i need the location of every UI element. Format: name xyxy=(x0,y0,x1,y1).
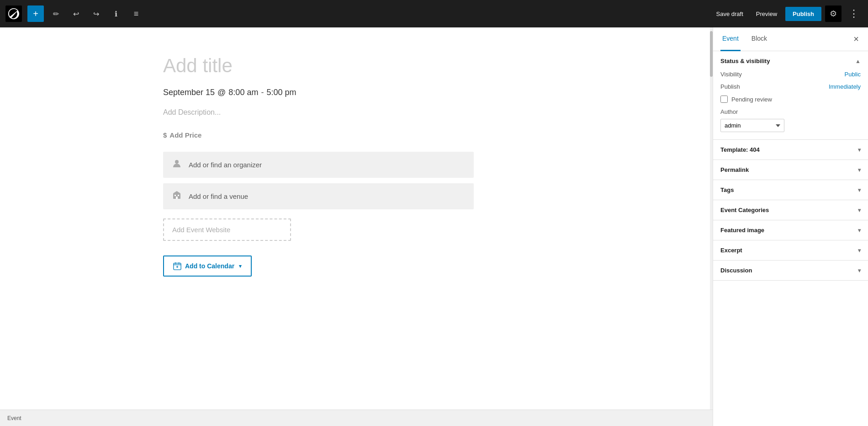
permalink-chevron: ▾ xyxy=(858,167,861,173)
sidebar: Event Block × Status & visibility ▲ Visi… xyxy=(713,27,868,426)
list-icon: ≡ xyxy=(134,9,139,19)
status-visibility-section: Status & visibility ▲ Visibility Public … xyxy=(713,51,868,140)
wp-logo xyxy=(5,5,22,22)
discussion-chevron: ▾ xyxy=(858,267,861,274)
post-title-input[interactable] xyxy=(163,55,547,77)
event-categories-section: Event Categories ▾ xyxy=(713,200,868,220)
save-draft-button[interactable]: Save draft xyxy=(712,8,748,20)
svg-rect-7 xyxy=(179,262,180,264)
featured-image-section: Featured image ▾ xyxy=(713,220,868,240)
event-description-placeholder[interactable]: Add Description... xyxy=(163,108,547,117)
sidebar-tabs: Event Block × xyxy=(713,27,868,51)
event-website-input[interactable] xyxy=(163,218,291,241)
permalink-label: Permalink xyxy=(720,166,749,173)
event-date[interactable]: September 15 xyxy=(163,88,215,97)
status-visibility-header[interactable]: Status & visibility ▲ xyxy=(713,51,868,71)
featured-image-chevron: ▾ xyxy=(858,227,861,234)
organizer-block[interactable]: Add or find an organizer xyxy=(163,152,474,178)
publish-button[interactable]: Publish xyxy=(785,7,821,21)
publish-row: Publish Immediately xyxy=(720,83,861,90)
pending-review-row: Pending review xyxy=(720,96,861,103)
event-start-time[interactable]: 8:00 am xyxy=(228,88,258,97)
add-block-button[interactable]: + xyxy=(27,5,44,22)
event-categories-header[interactable]: Event Categories ▾ xyxy=(713,200,868,220)
undo-icon: ↩ xyxy=(73,10,79,18)
excerpt-section: Excerpt ▾ xyxy=(713,240,868,261)
pending-review-label[interactable]: Pending review xyxy=(731,96,772,103)
status-label: Event xyxy=(7,415,21,421)
discussion-label: Discussion xyxy=(720,267,752,274)
venue-icon xyxy=(172,191,181,202)
settings-button[interactable]: ⚙ xyxy=(825,5,842,22)
gear-icon: ⚙ xyxy=(830,9,837,19)
permalink-section: Permalink ▾ xyxy=(713,160,868,180)
more-options-button[interactable]: ⋮ xyxy=(845,6,863,21)
svg-rect-6 xyxy=(175,262,176,264)
permalink-header[interactable]: Permalink ▾ xyxy=(713,160,868,180)
event-datetime: September 15 @ 8:00 am - 5:00 pm xyxy=(163,88,547,97)
event-at-symbol: @ xyxy=(217,88,226,97)
redo-button[interactable]: ↪ xyxy=(88,5,104,22)
event-categories-chevron: ▾ xyxy=(858,207,861,213)
template-section: Template: 404 ▾ xyxy=(713,140,868,160)
add-to-calendar-button[interactable]: Add to Calendar ▾ xyxy=(163,256,252,277)
excerpt-label: Excerpt xyxy=(720,247,742,254)
event-categories-label: Event Categories xyxy=(720,207,769,213)
tags-chevron: ▾ xyxy=(858,187,861,193)
info-button[interactable]: ℹ xyxy=(108,5,124,22)
excerpt-chevron: ▾ xyxy=(858,247,861,254)
event-time-separator: - xyxy=(261,88,264,97)
visibility-row: Visibility Public xyxy=(720,71,861,78)
template-label: Template: 404 xyxy=(720,146,760,153)
author-select[interactable]: admin xyxy=(720,119,784,132)
undo-button[interactable]: ↩ xyxy=(68,5,84,22)
event-price[interactable]: $ Add Price xyxy=(163,131,547,139)
author-label-row: Author xyxy=(720,108,861,115)
preview-button[interactable]: Preview xyxy=(752,8,782,20)
editor-area: September 15 @ 8:00 am - 5:00 pm Add Des… xyxy=(0,27,710,426)
vertical-dots-icon: ⋮ xyxy=(849,8,859,19)
discussion-header[interactable]: Discussion ▾ xyxy=(713,261,868,280)
venue-block[interactable]: Add or find a venue xyxy=(163,183,474,209)
excerpt-header[interactable]: Excerpt ▾ xyxy=(713,240,868,260)
wp-logo-icon xyxy=(8,8,19,19)
publish-label: Publish xyxy=(720,83,740,90)
dollar-icon: $ xyxy=(163,131,167,139)
template-chevron: ▾ xyxy=(858,147,861,153)
svg-rect-3 xyxy=(178,195,179,196)
editor-content: September 15 @ 8:00 am - 5:00 pm Add Des… xyxy=(136,55,574,295)
svg-point-0 xyxy=(175,160,179,164)
tab-block[interactable]: Block xyxy=(750,27,769,51)
calendar-icon xyxy=(173,262,181,270)
visibility-label: Visibility xyxy=(720,71,742,78)
status-visibility-label: Status & visibility xyxy=(720,58,770,64)
pen-icon: ✏ xyxy=(53,10,59,18)
info-icon: ℹ xyxy=(115,10,117,18)
event-end-time[interactable]: 5:00 pm xyxy=(266,88,296,97)
sidebar-close-button[interactable]: × xyxy=(852,32,861,46)
featured-image-header[interactable]: Featured image ▾ xyxy=(713,220,868,240)
svg-rect-2 xyxy=(175,195,176,196)
tags-header[interactable]: Tags ▾ xyxy=(713,180,868,200)
bottom-bar: Event xyxy=(0,410,713,426)
add-to-calendar-label: Add to Calendar xyxy=(185,262,234,270)
list-view-button[interactable]: ≡ xyxy=(128,5,144,22)
svg-rect-4 xyxy=(176,197,178,199)
featured-image-label: Featured image xyxy=(720,227,764,234)
visibility-value[interactable]: Public xyxy=(845,71,861,78)
organizer-label: Add or find an organizer xyxy=(189,161,262,169)
organizer-icon xyxy=(172,159,181,170)
discussion-section: Discussion ▾ xyxy=(713,261,868,281)
add-price-label[interactable]: Add Price xyxy=(169,131,201,139)
venue-label: Add or find a venue xyxy=(189,192,248,200)
main-layout: September 15 @ 8:00 am - 5:00 pm Add Des… xyxy=(0,27,868,426)
publish-value[interactable]: Immediately xyxy=(829,83,861,90)
status-visibility-content: Visibility Public Publish Immediately Pe… xyxy=(713,71,868,139)
template-header[interactable]: Template: 404 ▾ xyxy=(713,140,868,160)
status-visibility-chevron-up: ▲ xyxy=(855,58,861,64)
pending-review-checkbox[interactable] xyxy=(720,96,728,103)
tab-event[interactable]: Event xyxy=(720,27,741,51)
redo-icon: ↪ xyxy=(93,10,99,18)
tags-label: Tags xyxy=(720,186,734,193)
pen-button[interactable]: ✏ xyxy=(48,5,64,22)
